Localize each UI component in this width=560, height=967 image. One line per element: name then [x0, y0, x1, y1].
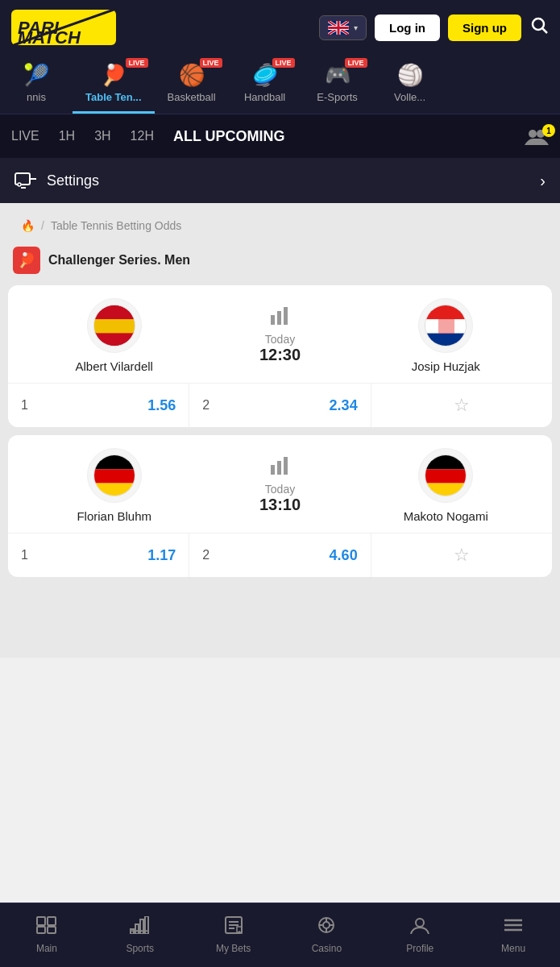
- time-filter-bar: LIVE 1H 3H 12H ALL UPCOMING 1: [0, 114, 560, 158]
- app-header: PARI MATCH ▾ Log in Sign up: [0, 0, 560, 55]
- sport-item-esports[interactable]: LIVE 🎮 E-Sports: [301, 55, 374, 114]
- series-name: Challenger Series. Men: [48, 253, 190, 268]
- sport-label-tennis: nnis: [27, 91, 46, 103]
- tennis-icon: 🎾: [23, 63, 49, 88]
- sport-item-volleyball[interactable]: 🏐 Volle...: [374, 55, 446, 114]
- match-info-2: Florian Bluhm Today 13:10: [8, 435, 552, 533]
- favorite-star-1[interactable]: ☆: [454, 395, 470, 416]
- svg-rect-9: [15, 173, 30, 185]
- volleyball-icon: 🏐: [397, 63, 423, 88]
- player1-col-match2: Florian Bluhm: [21, 448, 207, 523]
- svg-rect-21: [425, 334, 467, 347]
- svg-rect-27: [277, 461, 281, 475]
- player2-flag-match2: [418, 448, 473, 503]
- series-header: 🏓 Challenger Series. Men: [8, 240, 552, 280]
- settings-bar[interactable]: Settings ›: [0, 158, 560, 203]
- odds-label-1-2: 2: [202, 398, 209, 413]
- svg-rect-22: [438, 319, 454, 334]
- player2-col-match2: Makoto Nogami: [353, 448, 539, 523]
- sport-label-handball: Handball: [244, 91, 285, 103]
- svg-point-11: [18, 183, 21, 186]
- filter-3h[interactable]: 3H: [94, 126, 110, 147]
- match-center-2: Today 13:10: [207, 457, 352, 514]
- stats-chart-icon-1[interactable]: [269, 307, 292, 330]
- svg-rect-30: [425, 469, 467, 483]
- player1-flag-match2: [87, 448, 142, 503]
- player2-name-match1: Josip Huzjak: [412, 359, 480, 373]
- svg-rect-18: [284, 307, 288, 325]
- odds-star-1[interactable]: ☆: [371, 384, 552, 427]
- match-card-1: Albert Vilardell Today 12:30: [8, 285, 552, 427]
- match2-date: Today: [265, 483, 295, 496]
- search-button[interactable]: [529, 15, 549, 39]
- svg-rect-19: [425, 305, 467, 319]
- svg-rect-31: [425, 484, 467, 496]
- live-badge-esports: LIVE: [345, 58, 367, 68]
- svg-rect-29: [425, 455, 467, 469]
- odds-star-2[interactable]: ☆: [371, 533, 552, 577]
- filter-all-upcoming[interactable]: ALL UPCOMING: [173, 125, 285, 148]
- stats-chart-icon-2[interactable]: [269, 457, 292, 479]
- odds-cell-2-1[interactable]: 1 1.17: [8, 533, 189, 577]
- odds-value-2-2: 4.60: [330, 547, 358, 564]
- match1-time: 12:30: [259, 346, 301, 364]
- odds-label-1-1: 1: [21, 398, 28, 413]
- svg-point-7: [529, 130, 537, 138]
- sport-label-basketball: Basketball: [168, 91, 216, 103]
- odds-cell-2-2[interactable]: 2 4.60: [189, 533, 371, 577]
- odds-label-2-1: 1: [21, 548, 28, 562]
- signup-button[interactable]: Sign up: [448, 15, 521, 41]
- svg-point-5: [533, 19, 544, 30]
- svg-rect-15: [94, 334, 135, 347]
- table-tennis-icon: 🏓: [101, 63, 127, 88]
- svg-rect-25: [94, 484, 135, 496]
- match2-time: 13:10: [259, 496, 301, 514]
- filter-12h[interactable]: 12H: [131, 126, 154, 147]
- match1-date: Today: [265, 333, 295, 346]
- odds-row-2: 1 1.17 2 4.60 ☆: [8, 533, 552, 577]
- svg-rect-24: [94, 469, 135, 483]
- login-button[interactable]: Log in: [375, 15, 440, 41]
- player2-name-match2: Makoto Nogami: [404, 509, 488, 523]
- logo: PARI MATCH: [11, 10, 116, 45]
- sport-item-basketball[interactable]: LIVE 🏀 Basketball: [155, 55, 229, 114]
- svg-rect-23: [94, 455, 135, 469]
- language-selector[interactable]: ▾: [319, 15, 367, 40]
- breadcrumb-home-icon[interactable]: 🔥: [21, 219, 35, 232]
- sport-label-esports: E-Sports: [317, 91, 358, 103]
- player1-flag-match1: [87, 298, 142, 353]
- live-badge-table-tennis: LIVE: [126, 58, 148, 68]
- svg-text:MATCH: MATCH: [18, 27, 81, 45]
- player2-col-match1: Josip Huzjak: [353, 298, 539, 373]
- odds-value-2-1: 1.17: [147, 547, 176, 564]
- match-card-2: Florian Bluhm Today 13:10: [8, 435, 552, 577]
- lang-dropdown-arrow: ▾: [354, 23, 358, 32]
- sport-item-table-tennis[interactable]: LIVE 🏓 Table Ten...: [73, 55, 155, 114]
- live-badge-basketball: LIVE: [200, 58, 222, 68]
- svg-rect-26: [271, 465, 275, 475]
- odds-row-1: 1 1.56 2 2.34 ☆: [8, 383, 552, 427]
- odds-cell-1-1[interactable]: 1 1.56: [8, 384, 189, 427]
- svg-rect-13: [94, 305, 135, 319]
- breadcrumb-separator: /: [41, 219, 44, 232]
- player2-flag-match1: [418, 298, 473, 353]
- breadcrumb: 🔥 / Table Tennis Betting Odds: [8, 211, 552, 240]
- svg-rect-28: [284, 457, 288, 475]
- filter-live[interactable]: LIVE: [11, 126, 39, 147]
- settings-left: Settings: [15, 172, 99, 189]
- player1-name-match2: Florian Bluhm: [77, 509, 151, 523]
- odds-cell-1-2[interactable]: 2 2.34: [189, 384, 371, 427]
- header-actions: ▾ Log in Sign up: [319, 15, 549, 41]
- main-content: 🔥 / Table Tennis Betting Odds 🏓 Challeng…: [0, 203, 560, 658]
- sport-item-handball[interactable]: LIVE 🥏 Handball: [229, 55, 301, 114]
- favorite-star-2[interactable]: ☆: [454, 545, 470, 566]
- filter-1h[interactable]: 1H: [59, 126, 75, 147]
- sport-label-volleyball: Volle...: [394, 91, 425, 103]
- svg-rect-16: [271, 315, 275, 325]
- odds-value-1-1: 1.56: [147, 397, 176, 414]
- breadcrumb-current[interactable]: Table Tennis Betting Odds: [51, 219, 181, 232]
- settings-arrow-icon: ›: [540, 172, 545, 190]
- svg-rect-14: [94, 319, 135, 333]
- sport-item-tennis[interactable]: 🎾 nnis: [0, 55, 73, 114]
- betslip-icon[interactable]: 1: [525, 127, 549, 145]
